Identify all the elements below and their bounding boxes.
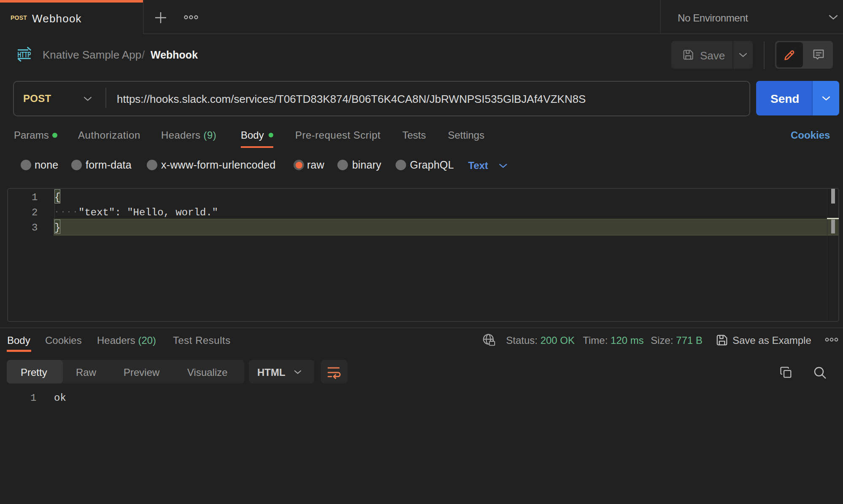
svg-text:HTTP: HTTP	[18, 51, 31, 59]
